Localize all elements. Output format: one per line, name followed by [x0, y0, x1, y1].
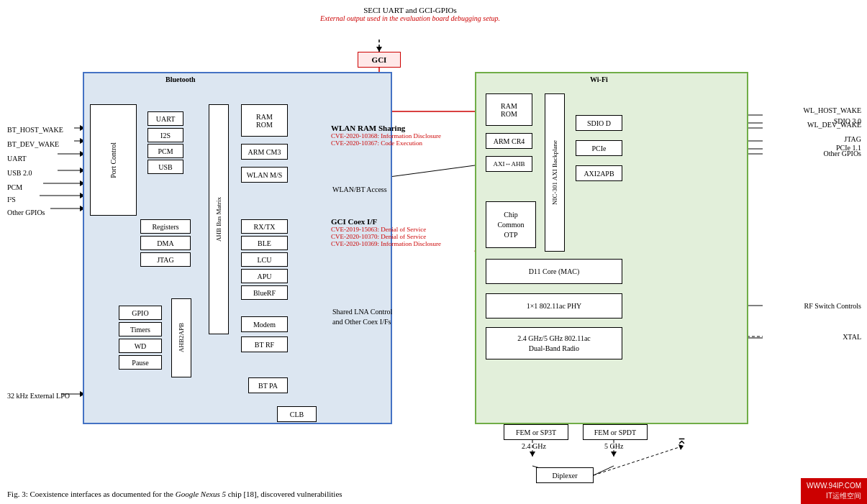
bluerf-box: BlueRF	[241, 285, 288, 300]
bluetooth-title: Bluetooth	[165, 75, 196, 83]
caption-text2: chip [18], discovered vulnerabilities	[226, 490, 342, 498]
bt-host-wake-label: BT_HOST_WAKE	[7, 126, 63, 134]
wd-box: WD	[119, 339, 162, 353]
pcm-left-label: PCM	[7, 183, 22, 191]
ahb-matrix-box: AHB Bus Matrix	[209, 104, 229, 334]
nic301-box: NIC-301 AXI Backplane	[545, 93, 565, 252]
other-gpio-left-label: Other GPIOs	[7, 209, 45, 216]
arm-cm3-box: ARM CM3	[241, 144, 288, 160]
ble-box: BLE	[241, 236, 288, 250]
cve3: CVE-2019-15063: Denial of Service	[331, 226, 478, 233]
phy-box: 1×1 802.11ac PHY	[486, 293, 622, 319]
dma-box: DMA	[140, 236, 191, 250]
wifi-title: Wi-Fi	[590, 75, 608, 83]
apu-box: APU	[241, 269, 288, 283]
axi-ahb-box: AXI↔AHB	[486, 156, 532, 172]
wlan-ram-title: WLAN RAM Sharing	[331, 124, 475, 132]
external-label: External output used in the evaluation b…	[302, 14, 518, 22]
cve2: CVE-2020-10367: Code Execution	[331, 139, 475, 147]
usb20-label: USB 2.0	[7, 169, 32, 177]
axi2apb-box: AXI2APB	[576, 165, 622, 181]
top-annotation-block: SECI UART and GCI-GPIOs External output …	[302, 6, 518, 22]
svg-marker-1	[376, 47, 382, 52]
jtag-bt-box: JTAG	[140, 252, 191, 267]
jtag-right-label: JTAG	[844, 135, 861, 143]
chip-common-box: Chip Common OTP	[486, 201, 536, 248]
watermark-line2: IT运维空间	[807, 491, 861, 501]
btrf-box: BT RF	[241, 336, 288, 352]
ahb2apb-box: AHB2APB	[171, 298, 191, 377]
wl-host-wake-label: WL_HOST_WAKE	[803, 106, 861, 114]
diplexer-box: Diplexer	[536, 467, 594, 483]
radio-box: 2.4 GHz/5 GHz 802.11ac Dual-Band Radio	[486, 327, 622, 359]
lpo-label: 32 kHz External LPO	[7, 392, 70, 400]
ahb2apb-label: AHB2APB	[178, 323, 185, 352]
cve5: CVE-2020-10369: Information Disclosure	[331, 240, 478, 247]
gci-coex-title: GCI Coex I/F	[331, 217, 478, 226]
ram-rom-wifi-box: RAM ROM	[486, 93, 532, 126]
pcie11-label: PCIe 1.1	[836, 144, 861, 152]
modem-box: Modem	[241, 316, 288, 332]
watermark: WWW.94IP.COM IT运维空间	[801, 478, 867, 504]
and-other-label: and Other Coex I/Fs	[332, 317, 392, 327]
timers-box: Timers	[119, 322, 162, 336]
gci-label: GCI	[372, 55, 387, 64]
usb-box: USB	[147, 160, 183, 174]
pcie-box: PCIe	[576, 140, 622, 156]
port-control-label: Port Control	[109, 142, 117, 178]
fig-caption: Fig. 3: Coexistence interfaces as docume…	[7, 490, 342, 498]
gci-box: GCI	[358, 52, 401, 68]
ahb-matrix-label: AHB Bus Matrix	[215, 197, 222, 242]
lcu-box: LCU	[241, 252, 288, 267]
antenna-symbol: ⌅	[676, 431, 687, 447]
uart-box: UART	[147, 111, 183, 126]
svg-marker-92	[530, 452, 535, 457]
svg-line-96	[594, 466, 614, 475]
port-control-box: Port Control	[90, 104, 137, 216]
wlan-ms-box: WLAN M/S	[241, 167, 288, 183]
rxtx-box: RX/TX	[241, 219, 288, 234]
sdio-d-box: SDIO D	[576, 115, 622, 131]
caption-italic: Google Nexus 5	[176, 490, 226, 498]
xtal-label: XTAL	[843, 333, 861, 341]
ghz5-label: 5 GHz	[604, 442, 623, 450]
registers-box: Registers	[140, 219, 191, 234]
main-container: SECI UART and GCI-GPIOs External output …	[0, 0, 867, 504]
gci-coex-block: GCI Coex I/F CVE-2019-15063: Denial of S…	[331, 217, 478, 247]
uart-left-label: UART	[7, 155, 27, 162]
i2s-box: I2S	[147, 128, 183, 142]
shared-lna-label: Shared LNA Control	[332, 307, 392, 317]
ram-rom-bt-box: RAM ROM	[241, 104, 288, 137]
cve1: CVE-2020-10368: Information Disclosure	[331, 132, 475, 139]
btpa-box: BT PA	[248, 377, 288, 393]
d11-core-box: D11 Core (MAC)	[486, 259, 622, 284]
ghz24-label: 2.4 GHz	[522, 442, 546, 450]
pause-box: Pause	[119, 355, 162, 370]
shared-lna-block: Shared LNA Control and Other Coex I/Fs	[332, 307, 392, 327]
arm-cr4-box: ARM CR4	[486, 133, 532, 149]
fem-left-box: FEM or SP3T	[504, 424, 568, 440]
i2s-left-label: I²S	[7, 196, 16, 203]
seci-label: SECI UART and GCI-GPIOs	[302, 6, 518, 14]
svg-marker-94	[611, 452, 617, 457]
sdio30-label: SDIO 3.0	[834, 117, 861, 125]
svg-line-97	[594, 446, 684, 475]
pcm-box: PCM	[147, 144, 183, 158]
wlan-ram-block: WLAN RAM Sharing CVE-2020-10368: Informa…	[331, 124, 475, 147]
nic301-label: NIC-301 AXI Backplane	[551, 140, 558, 205]
rf-switch-label: RF Switch Controls	[804, 302, 861, 310]
bt-dev-wake-label: BT_DEV_WAKE	[7, 140, 59, 148]
watermark-line1: WWW.94IP.COM	[807, 481, 861, 491]
clb-box: CLB	[277, 406, 317, 422]
gpio-box: GPIO	[119, 306, 162, 320]
caption-text: Fig. 3: Coexistence interfaces as docume…	[7, 490, 176, 498]
wlan-bt-access-label: WLAN/BT Access	[332, 185, 387, 193]
fem-right-box: FEM or SPDT	[583, 424, 648, 440]
cve4: CVE-2020-10370: Denial of Service	[331, 233, 478, 240]
